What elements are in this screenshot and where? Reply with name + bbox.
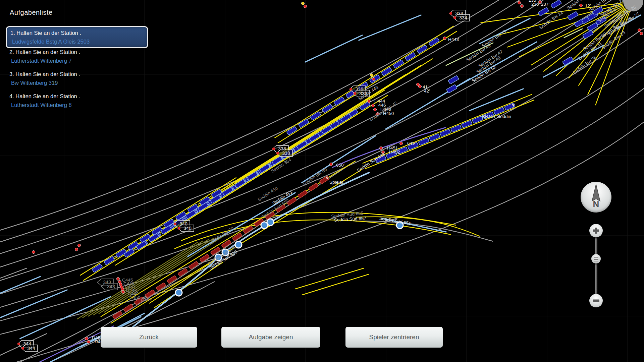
train-wagon bbox=[92, 264, 103, 273]
signal-red-dot bbox=[580, 4, 583, 7]
depot-loco bbox=[583, 30, 593, 39]
train-wagon bbox=[494, 107, 504, 115]
signal-yellow-dot bbox=[302, 2, 305, 5]
svg-text:343: 343 bbox=[107, 284, 115, 289]
signal-red-dot bbox=[85, 337, 88, 340]
train-wagon bbox=[429, 38, 439, 46]
compass-north-label: N bbox=[581, 200, 611, 208]
signal-red-dot bbox=[368, 100, 371, 103]
train-wagon bbox=[116, 249, 126, 257]
signal-red-dot bbox=[419, 85, 422, 88]
svg-text:340: 340 bbox=[183, 226, 192, 231]
depot-loco bbox=[551, 0, 561, 8]
task-item-4[interactable]: 4. Halten Sie an der Station .Lutherstad… bbox=[9, 92, 154, 109]
map-label: H450 bbox=[383, 111, 394, 116]
task-instruction: 2. Halten Sie an der Station . bbox=[9, 48, 154, 56]
signal-red-dot bbox=[372, 78, 375, 81]
depot-loco bbox=[448, 75, 459, 84]
svg-text:338: 338 bbox=[282, 150, 290, 156]
task-item-1[interactable]: 1. Halten Sie an der Station .Ludwigsfel… bbox=[6, 26, 148, 48]
zoom-slider-track[interactable] bbox=[595, 235, 597, 298]
track-occupied-blue bbox=[0, 290, 67, 318]
svg-text:334: 334 bbox=[459, 15, 467, 20]
depot-loco bbox=[446, 84, 457, 93]
map-label: 42' bbox=[424, 88, 430, 94]
task-item-2[interactable]: 2. Halten Sie an der Station .Lutherstad… bbox=[9, 48, 154, 65]
back-button[interactable]: Zurück bbox=[101, 327, 197, 348]
train-wagon bbox=[334, 97, 344, 106]
track-siding-dim bbox=[88, 239, 209, 316]
track-occupied-blue bbox=[305, 35, 362, 62]
zoom-out-button[interactable] bbox=[589, 294, 603, 307]
map-label: 236' 237' bbox=[531, 2, 549, 7]
train-wagon bbox=[418, 138, 429, 145]
signal-red-dot bbox=[443, 37, 446, 40]
depot-loco bbox=[568, 11, 578, 20]
train-wagon bbox=[322, 104, 333, 113]
signal-red-dot bbox=[121, 288, 124, 291]
signal-red-dot bbox=[122, 291, 125, 294]
player-train-wagon bbox=[298, 190, 307, 198]
signal-red-dot bbox=[521, 5, 524, 8]
signal-yellow-dot bbox=[370, 74, 373, 77]
task-instruction: 1. Halten Sie an der Station . bbox=[10, 28, 147, 37]
signal-red-dot bbox=[638, 29, 641, 32]
minus-icon bbox=[589, 294, 603, 307]
train-wagon bbox=[450, 125, 461, 132]
task-instruction: 3. Halten Sie an der Station . bbox=[9, 70, 154, 78]
compass[interactable]: N bbox=[581, 182, 611, 213]
signal-red-dot bbox=[32, 251, 35, 254]
map-label: H443 bbox=[448, 37, 459, 42]
player-train-wagon bbox=[309, 183, 318, 191]
map-label: BR151 Seddin bbox=[482, 114, 511, 119]
grip-lines-icon bbox=[594, 257, 598, 261]
task-list-title: Aufgabenliste bbox=[10, 9, 53, 16]
track-gray bbox=[17, 121, 644, 362]
track-gray bbox=[0, 87, 644, 335]
track-yard bbox=[302, 274, 369, 295]
track-lime bbox=[564, 29, 582, 38]
map-label: H452 bbox=[389, 149, 400, 155]
train-wagon bbox=[286, 126, 297, 135]
signal-red-dot bbox=[640, 32, 643, 35]
train-wagon bbox=[310, 112, 321, 120]
task-item-3[interactable]: 3. Halten Sie an der Station .Bw Wittenb… bbox=[9, 70, 154, 87]
task-station: Lutherstadt Wittenberg 8 bbox=[9, 101, 154, 109]
train-wagon bbox=[381, 67, 392, 76]
task-instruction: 4. Halten Sie an der Station . bbox=[9, 92, 154, 101]
player-train-wagon bbox=[319, 176, 329, 184]
train-wagon bbox=[104, 256, 115, 265]
plus-icon bbox=[589, 224, 603, 237]
map-label: 649' bbox=[407, 141, 416, 146]
signal-red-dot bbox=[330, 163, 333, 166]
signal-red-dot bbox=[304, 5, 307, 8]
map-label: C450 bbox=[129, 295, 140, 300]
signal-red-dot bbox=[380, 147, 383, 150]
center-player-button[interactable]: Spieler zentrieren bbox=[345, 327, 443, 348]
route-waypoint-dot bbox=[267, 219, 274, 226]
map-label: 650' bbox=[336, 163, 344, 168]
signal-red-dot bbox=[78, 244, 81, 247]
show-task-button[interactable]: Aufgabe zeigen bbox=[221, 327, 320, 348]
task-station: Bw Wittenberg 319 bbox=[9, 78, 154, 87]
track-occupied-blue bbox=[0, 277, 40, 293]
map-screen: 334334336336338338340340343343344344Sedd… bbox=[0, 0, 644, 362]
task-station: Lutherstadt Wittenberg 7 bbox=[9, 56, 154, 65]
train-wagon bbox=[429, 133, 440, 141]
signal-red-dot bbox=[372, 104, 375, 107]
route-waypoint-dot bbox=[175, 289, 182, 296]
signal-red-dot bbox=[400, 142, 403, 145]
map-label: Spieler bbox=[329, 180, 344, 185]
signal-red-dot bbox=[117, 278, 120, 281]
track-occupied-blue bbox=[359, 15, 421, 40]
zoom-in-button[interactable] bbox=[589, 224, 603, 237]
map-label: C452 bbox=[141, 297, 152, 302]
signal-red-dot bbox=[518, 1, 521, 4]
train-wagon bbox=[298, 119, 309, 128]
train-wagon bbox=[393, 60, 404, 68]
zoom-slider-handle[interactable] bbox=[591, 254, 601, 263]
signal-red-dot bbox=[75, 248, 78, 251]
train-wagon bbox=[417, 45, 428, 54]
player-route bbox=[114, 173, 369, 342]
signal-red-dot bbox=[87, 341, 90, 344]
